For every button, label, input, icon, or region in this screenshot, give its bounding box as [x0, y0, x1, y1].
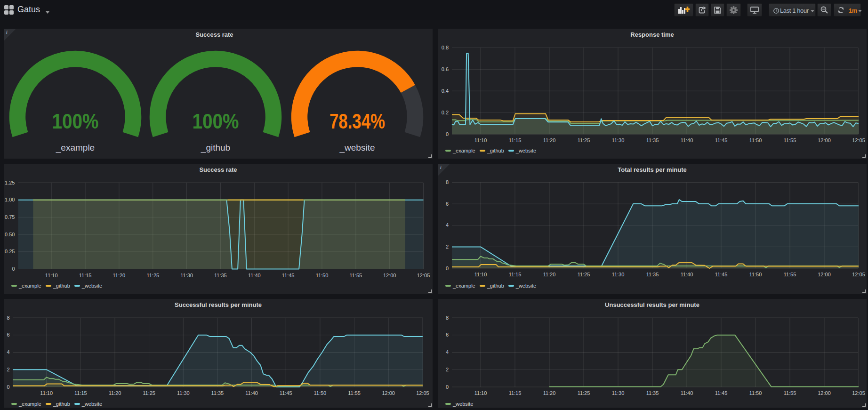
svg-text:11:25: 11:25: [143, 390, 155, 396]
svg-text:0.2: 0.2: [442, 110, 449, 115]
svg-text:11:55: 11:55: [784, 390, 796, 396]
svg-text:11:40: 11:40: [681, 272, 693, 277]
svg-text:11:45: 11:45: [715, 272, 728, 277]
svg-text:11:50: 11:50: [749, 137, 762, 143]
svg-text:11:40: 11:40: [681, 137, 693, 143]
svg-text:4: 4: [446, 349, 449, 355]
svg-text:6: 6: [446, 201, 449, 207]
svg-text:11:55: 11:55: [348, 390, 361, 396]
svg-text:1.25: 1.25: [5, 180, 15, 185]
svg-text:78.34%: 78.34%: [330, 110, 385, 133]
svg-text:11:25: 11:25: [578, 390, 590, 396]
svg-text:11:15: 11:15: [74, 390, 87, 396]
svg-text:11:35: 11:35: [214, 273, 227, 278]
svg-text:11:45: 11:45: [715, 137, 728, 143]
svg-text:12:05: 12:05: [852, 272, 865, 277]
svg-text:0.75: 0.75: [5, 214, 15, 220]
svg-text:11:40: 11:40: [248, 273, 261, 278]
svg-text:0: 0: [446, 384, 449, 390]
svg-text:11:15: 11:15: [509, 137, 522, 143]
svg-text:11:50: 11:50: [314, 390, 327, 396]
svg-text:11:10: 11:10: [45, 273, 58, 278]
svg-text:0: 0: [446, 265, 449, 271]
svg-text:11:25: 11:25: [578, 137, 590, 143]
svg-text:8: 8: [446, 315, 449, 321]
svg-text:11:50: 11:50: [749, 272, 762, 277]
svg-text:0.4: 0.4: [442, 88, 449, 94]
svg-text:11:55: 11:55: [350, 273, 362, 278]
svg-text:0.25: 0.25: [5, 249, 15, 254]
svg-text:11:45: 11:45: [715, 390, 728, 396]
svg-text:11:30: 11:30: [612, 137, 625, 143]
svg-text:6: 6: [7, 332, 9, 338]
svg-text:11:15: 11:15: [509, 390, 522, 396]
svg-text:11:10: 11:10: [40, 390, 53, 396]
svg-text:11:35: 11:35: [646, 137, 659, 143]
svg-text:0.50: 0.50: [5, 232, 15, 237]
svg-text:11:35: 11:35: [646, 390, 659, 396]
svg-text:12:05: 12:05: [417, 273, 430, 278]
svg-text:11:10: 11:10: [474, 390, 487, 396]
svg-text:0: 0: [7, 384, 9, 390]
svg-text:11:30: 11:30: [177, 390, 190, 396]
svg-text:11:50: 11:50: [316, 273, 329, 278]
svg-text:11:20: 11:20: [543, 137, 556, 143]
svg-text:12:05: 12:05: [852, 137, 865, 143]
svg-text:11:25: 11:25: [146, 273, 159, 278]
svg-text:8: 8: [7, 315, 9, 321]
svg-text:12:00: 12:00: [383, 273, 396, 278]
svg-text:11:15: 11:15: [509, 272, 522, 277]
svg-text:11:10: 11:10: [474, 272, 487, 277]
svg-text:0.8: 0.8: [442, 45, 449, 50]
svg-text:11:30: 11:30: [612, 390, 625, 396]
svg-text:4: 4: [7, 349, 9, 355]
svg-text:2: 2: [446, 367, 449, 372]
svg-text:11:30: 11:30: [180, 273, 193, 278]
svg-text:_website: _website: [339, 143, 375, 153]
svg-text:11:55: 11:55: [784, 272, 796, 277]
svg-text:8: 8: [446, 179, 449, 185]
svg-text:2: 2: [446, 244, 449, 249]
svg-text:11:35: 11:35: [646, 272, 659, 277]
svg-text:12:00: 12:00: [382, 390, 395, 396]
svg-text:0: 0: [12, 266, 15, 272]
svg-text:4: 4: [446, 222, 449, 228]
svg-text:2: 2: [7, 367, 9, 372]
svg-text:11:30: 11:30: [612, 272, 625, 277]
svg-text:11:45: 11:45: [280, 390, 292, 396]
svg-text:6: 6: [446, 332, 449, 338]
svg-text:11:40: 11:40: [681, 390, 693, 396]
svg-text:12:05: 12:05: [852, 390, 865, 396]
svg-text:11:15: 11:15: [79, 273, 92, 278]
svg-text:11:40: 11:40: [245, 390, 258, 396]
svg-text:0.6: 0.6: [442, 66, 449, 72]
svg-text:11:55: 11:55: [784, 137, 796, 143]
svg-text:1.00: 1.00: [5, 197, 15, 202]
svg-text:0: 0: [446, 131, 449, 137]
svg-text:11:20: 11:20: [543, 272, 556, 277]
svg-text:11:20: 11:20: [543, 390, 556, 396]
svg-text:12:00: 12:00: [818, 137, 831, 143]
svg-text:11:45: 11:45: [282, 273, 295, 278]
svg-text:11:20: 11:20: [113, 273, 126, 278]
svg-text:12:00: 12:00: [818, 390, 831, 396]
svg-text:11:10: 11:10: [474, 137, 487, 143]
svg-text:12:05: 12:05: [416, 390, 429, 396]
svg-text:11:50: 11:50: [749, 390, 762, 396]
svg-text:11:20: 11:20: [109, 390, 121, 396]
svg-text:12:00: 12:00: [818, 272, 831, 277]
svg-text:11:35: 11:35: [211, 390, 224, 396]
svg-text:11:25: 11:25: [578, 272, 590, 277]
